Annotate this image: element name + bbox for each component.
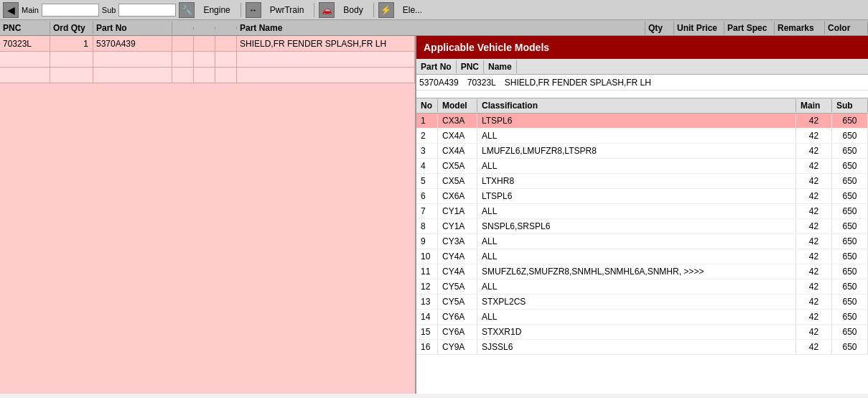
table-row[interactable] (0, 52, 415, 68)
modal-cell-model: CX5A (438, 159, 477, 173)
modal-cell-main: 42 (796, 234, 832, 249)
modal-cell-main: 42 (796, 219, 832, 233)
modal-table-row[interactable]: 5 CX5A LTXHR8 42 650 (416, 174, 868, 189)
modal-info-pnc: 70323L (467, 78, 496, 88)
modal-cell-classification: SNSPL6,SRSPL6 (477, 219, 796, 233)
cell-ordqty (50, 68, 93, 83)
sub-label: Sub (102, 6, 116, 14)
engine-icon[interactable]: 🔧 (179, 2, 195, 18)
modal-cell-no: 14 (416, 310, 438, 324)
modal-table-row[interactable]: 9 CY3A ALL 42 650 (416, 234, 868, 249)
modal-table-row[interactable]: 12 CY5A ALL 42 650 (416, 279, 868, 295)
modal-cell-main: 42 (796, 295, 832, 309)
modal-cell-sub: 650 (832, 295, 868, 309)
table-row[interactable]: 70323L 1 5370A439 SHIELD,FR FENDER SPLAS… (0, 36, 415, 52)
cell-partno (93, 68, 172, 83)
modal-cell-model: CX4A (438, 144, 477, 158)
th-qty: Qty (645, 22, 674, 34)
modal-cell-model: CY1A (438, 204, 477, 218)
modal-cell-main: 42 (796, 325, 832, 339)
cell-c2 (194, 68, 215, 83)
cell-partname (237, 52, 415, 67)
cell-c2 (194, 36, 215, 51)
modal-cell-model: CY4A (438, 249, 477, 264)
modal-table-row[interactable]: 10 CY4A ALL 42 650 (416, 249, 868, 264)
modal-cell-classification: STXPL2CS (477, 295, 796, 309)
cell-pnc (0, 52, 50, 67)
modal-cell-model: CX5A (438, 174, 477, 188)
modal-cell-classification: LMUFZL6,LMUFZR8,LTSPR8 (477, 144, 796, 158)
pwrtrain-section: PwrTrain (264, 5, 310, 15)
modal-cell-classification: LTSPL6 (477, 114, 796, 128)
modal-cell-classification: ALL (477, 249, 796, 264)
modal-cell-model: CX3A (438, 114, 477, 128)
th-unitprice: Unit Price (674, 22, 724, 34)
top-bar: ◀ Main Sub 🔧 Engine ↔ PwrTrain 🚗 Body ⚡ … (0, 0, 868, 20)
modal-cell-sub: 650 (832, 114, 868, 128)
body-icon[interactable]: 🚗 (319, 2, 335, 18)
modal-cell-main: 42 (796, 144, 832, 158)
modal-cell-sub: 650 (832, 144, 868, 158)
modal-table-row[interactable]: 13 CY5A STXPL2CS 42 650 (416, 295, 868, 310)
th-partno: Part No (93, 22, 172, 34)
modal-table-row[interactable]: 2 CX4A ALL 42 650 (416, 129, 868, 144)
modal-cell-classification: ALL (477, 204, 796, 218)
cell-c1 (172, 36, 194, 51)
cell-partno: 5370A439 (93, 36, 172, 51)
modal-table-row[interactable]: 1 CX3A LTSPL6 42 650 (416, 114, 868, 129)
cell-c3 (215, 68, 237, 83)
modal-table-row[interactable]: 6 CX6A LTSPL6 42 650 (416, 189, 868, 204)
modal-table-row[interactable]: 3 CX4A LMUFZL6,LMUFZR8,LTSPR8 42 650 (416, 144, 868, 159)
modal-cell-model: CX4A (438, 129, 477, 143)
modal-th-partno: Part No (416, 60, 457, 73)
modal-table-row[interactable]: 11 CY4A SMUFZL6Z,SMUFZR8,SNMHL,SNMHL6A,S… (416, 264, 868, 279)
modal-cell-model: CY6A (438, 325, 477, 339)
modal-table-row[interactable]: 7 CY1A ALL 42 650 (416, 204, 868, 219)
modal-table-body: 1 CX3A LTSPL6 42 650 2 CX4A ALL 42 650 3… (416, 114, 868, 394)
modal-cell-sub: 650 (832, 325, 868, 339)
modal-cell-classification: LTSPL6 (477, 189, 796, 203)
divider2 (314, 3, 314, 17)
body-label: Body (343, 5, 363, 15)
cell-c1 (172, 52, 194, 67)
divider1 (241, 3, 241, 17)
modal-cell-main: 42 (796, 310, 832, 324)
th-partname: Part Name (237, 22, 645, 34)
modal-cell-classification: ALL (477, 159, 796, 173)
electrical-icon[interactable]: ⚡ (378, 2, 394, 18)
modal-table-row[interactable]: 14 CY6A ALL 42 650 (416, 310, 868, 325)
left-panel: 70323L 1 5370A439 SHIELD,FR FENDER SPLAS… (0, 36, 415, 394)
table-row[interactable] (0, 68, 415, 83)
th-ordqty: Ord Qty (50, 22, 93, 34)
modal-cell-main: 42 (796, 159, 832, 173)
modal-cell-no: 1 (416, 114, 438, 128)
modal-table-row[interactable]: 4 CX5A ALL 42 650 (416, 159, 868, 174)
modal-cell-no: 2 (416, 129, 438, 143)
modal-th-sub: Sub (832, 99, 868, 112)
modal-cell-classification: ALL (477, 310, 796, 324)
pwrtrain-icon[interactable]: ↔ (246, 2, 261, 18)
modal-table-row[interactable]: 16 CY9A SJSSL6 42 650 (416, 340, 868, 355)
modal-cell-sub: 650 (832, 279, 868, 294)
modal-cell-classification: ALL (477, 234, 796, 249)
modal-th-pnc: PNC (457, 60, 484, 73)
th-partspec: Part Spec (724, 22, 775, 34)
modal-cell-main: 42 (796, 174, 832, 188)
modal-cell-no: 3 (416, 144, 438, 158)
modal-cell-sub: 650 (832, 204, 868, 218)
modal-cell-no: 7 (416, 204, 438, 218)
nav-back-icon[interactable]: ◀ (3, 2, 19, 18)
modal-table-row[interactable]: 8 CY1A SNSPL6,SRSPL6 42 650 (416, 219, 868, 234)
modal-cell-classification: SJSSL6 (477, 340, 796, 354)
modal-cell-sub: 650 (832, 159, 868, 173)
modal-table-row[interactable]: 15 CY6A STXXR1D 42 650 (416, 325, 868, 340)
sub-input[interactable] (118, 4, 176, 17)
cell-partname: SHIELD,FR FENDER SPLASH,FR LH (237, 36, 415, 51)
main-input[interactable] (42, 4, 99, 17)
modal-th-model: Model (438, 99, 477, 112)
modal-cell-main: 42 (796, 204, 832, 218)
main-content: 70323L 1 5370A439 SHIELD,FR FENDER SPLAS… (0, 36, 868, 394)
modal-cell-classification: STXXR1D (477, 325, 796, 339)
modal-cell-model: CY5A (438, 279, 477, 294)
applicable-vehicle-models-panel: Applicable Vehicle Models Part No PNC Na… (415, 36, 868, 394)
